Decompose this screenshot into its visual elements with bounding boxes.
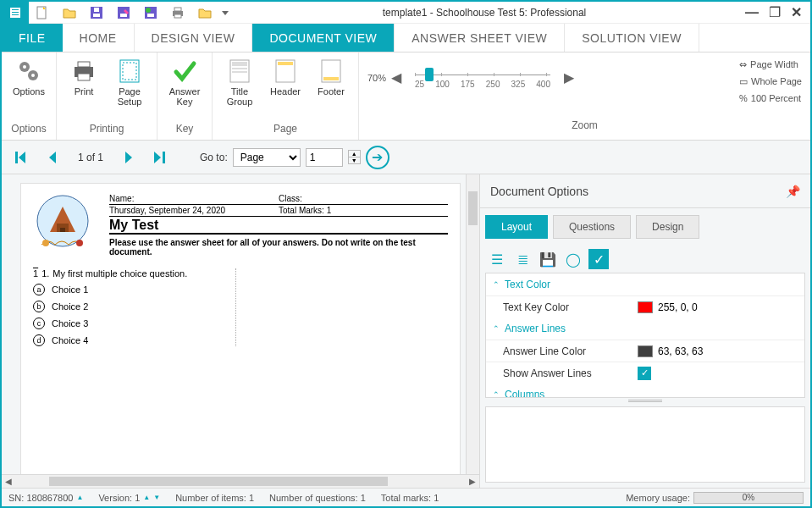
gears-icon <box>15 58 42 85</box>
title-bar: template1 - Schoolhouse Test 5: Professi… <box>2 2 810 24</box>
answer-key-label: Answer Key <box>164 86 205 107</box>
memory-bar: 0% <box>693 492 804 504</box>
goto-spin-down[interactable]: ▼ <box>348 157 361 164</box>
zoom-whole-page-button[interactable]: ▭Whole Page <box>739 73 802 90</box>
tab-solution-view[interactable]: SOLUTION VIEW <box>565 24 699 52</box>
svg-rect-28 <box>232 71 247 73</box>
doc-horizontal-scrollbar[interactable]: ◀▶ <box>2 474 479 488</box>
svg-rect-7 <box>94 8 99 12</box>
header-label: Header <box>270 86 301 97</box>
qat-savedb-icon[interactable] <box>137 2 164 24</box>
pin-icon[interactable]: 📌 <box>786 185 800 198</box>
hundred-percent-icon: % <box>739 93 748 103</box>
ribbon-group-key: Answer Key Key <box>157 52 213 140</box>
refresh-icon[interactable]: ◯ <box>563 249 583 269</box>
section-answer-lines[interactable]: ⌃Answer Lines <box>486 318 804 340</box>
status-bar: SN: 180867800▲ Version: 1▲▼ Number of it… <box>2 488 810 506</box>
svg-rect-11 <box>147 14 154 17</box>
panel-tab-layout[interactable]: Layout <box>485 215 548 239</box>
close-button[interactable]: ✕ <box>791 4 802 20</box>
doc-vertical-scrollbar[interactable] <box>466 174 479 474</box>
show-checked-icon[interactable]: ✓ <box>588 249 609 269</box>
sort-icon[interactable]: ≣ <box>512 249 533 269</box>
name-label: Name: <box>109 194 279 203</box>
print-label: Print <box>75 86 94 97</box>
qat-open-icon[interactable] <box>56 2 83 24</box>
class-label: Class: <box>279 194 448 203</box>
qat-saveas-icon[interactable] <box>110 2 137 24</box>
group-label-zoom: Zoom <box>359 116 810 136</box>
categorize-icon[interactable]: ☰ <box>487 249 507 269</box>
svg-point-38 <box>42 240 49 246</box>
panel-tab-design[interactable]: Design <box>636 215 699 239</box>
page-width-icon: ⇔ <box>739 59 747 70</box>
qat-dropdown-icon[interactable] <box>218 2 232 24</box>
qat-save-icon[interactable] <box>83 2 110 24</box>
panel-tab-questions[interactable]: Questions <box>553 215 631 239</box>
tab-file[interactable]: FILE <box>2 24 63 52</box>
page-setup-icon <box>116 58 143 85</box>
tab-home[interactable]: HOME <box>63 24 135 52</box>
prop-text-key-color[interactable]: Text Key Color 255, 0, 0 <box>486 295 804 318</box>
section-columns[interactable]: ⌃Columns <box>486 384 804 398</box>
zoom-knob[interactable] <box>425 68 434 81</box>
status-version: Version: 1▲▼ <box>98 493 160 503</box>
footer-button[interactable]: Footer <box>311 58 351 97</box>
nav-first-button[interactable] <box>8 145 34 170</box>
zoom-page-width-button[interactable]: ⇔Page Width <box>739 56 802 73</box>
answer-key-button[interactable]: Answer Key <box>164 58 205 107</box>
ribbon-group-page: Title Group Header Footer Page <box>213 52 359 140</box>
title-group-button[interactable]: Title Group <box>219 58 260 107</box>
goto-spin-up[interactable]: ▲ <box>348 150 361 157</box>
svg-point-39 <box>76 240 83 246</box>
nav-last-button[interactable] <box>147 145 173 170</box>
test-title: My Test <box>109 218 448 235</box>
ribbon-group-printing: Print Page Setup Printing <box>57 52 157 140</box>
status-marks: Total marks: 1 <box>381 493 439 503</box>
zoom-left-icon[interactable]: ◀ <box>391 69 401 86</box>
qat-print-icon[interactable] <box>164 2 191 24</box>
tab-answer-sheet-view[interactable]: ANSWER SHEET VIEW <box>395 24 565 52</box>
page-setup-button[interactable]: Page Setup <box>109 58 150 107</box>
panel-tabs: Layout Questions Design <box>480 208 810 246</box>
header-button[interactable]: Header <box>265 58 306 97</box>
prop-show-answer-lines[interactable]: Show Answer Lines ✓ <box>486 362 804 384</box>
answerlinecolor-swatch <box>638 345 653 357</box>
zoom-100-button[interactable]: %100 Percent <box>739 90 802 107</box>
minimize-button[interactable]: — <box>745 5 759 20</box>
group-label-printing: Printing <box>64 119 150 140</box>
svg-rect-3 <box>12 14 19 15</box>
goto-label: Go to: <box>200 152 228 163</box>
footer-label: Footer <box>318 86 345 97</box>
nav-prev-button[interactable] <box>39 145 64 170</box>
panel-splitter[interactable] <box>480 398 810 403</box>
tab-document-view[interactable]: DOCUMENT VIEW <box>252 24 395 52</box>
zoom-slider[interactable]: 25 100 175 250 325 400 <box>415 66 550 89</box>
svg-rect-27 <box>232 68 247 69</box>
test-logo-icon <box>33 194 92 253</box>
print-button[interactable]: Print <box>64 58 104 97</box>
save-preset-icon[interactable]: 💾 <box>538 249 558 269</box>
prop-answer-line-color[interactable]: Answer Line Color 63, 63, 63 <box>486 340 804 362</box>
instructions: Please use the answer sheet for all of y… <box>109 238 448 257</box>
qat-folder-icon[interactable] <box>191 2 218 24</box>
svg-rect-32 <box>323 77 339 80</box>
goto-value-input[interactable] <box>306 148 343 167</box>
maximize-button[interactable]: ❐ <box>769 4 781 20</box>
nav-next-button[interactable] <box>117 145 142 170</box>
goto-button[interactable]: ➔ <box>366 146 389 169</box>
ribbon-group-options: Options Options <box>2 52 57 140</box>
zoom-right-icon[interactable]: ▶ <box>564 69 574 86</box>
svg-point-17 <box>23 65 26 69</box>
svg-rect-1 <box>12 9 19 10</box>
status-questions: Number of questions: 1 <box>269 493 366 503</box>
svg-rect-22 <box>78 74 90 80</box>
section-text-color[interactable]: ⌃Text Color <box>486 273 804 295</box>
options-button[interactable]: Options <box>8 58 49 97</box>
goto-scope-select[interactable]: Page <box>233 148 301 167</box>
qat-new-icon[interactable] <box>29 2 56 24</box>
tab-design-view[interactable]: DESIGN VIEW <box>135 24 253 52</box>
svg-rect-6 <box>93 14 100 17</box>
show-answer-lines-checkbox[interactable]: ✓ <box>638 367 651 380</box>
whole-page-icon: ▭ <box>739 76 748 87</box>
